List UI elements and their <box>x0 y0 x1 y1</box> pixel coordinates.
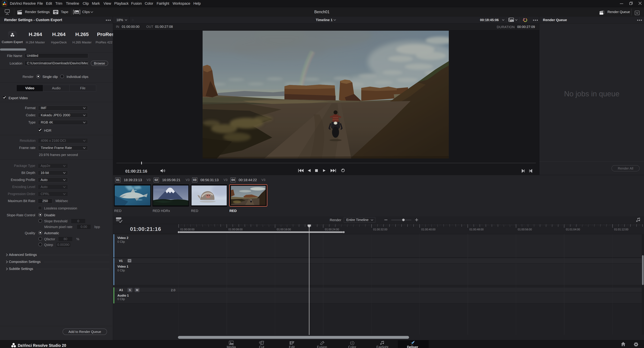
svg-text:HQ: HQ <box>511 20 513 22</box>
